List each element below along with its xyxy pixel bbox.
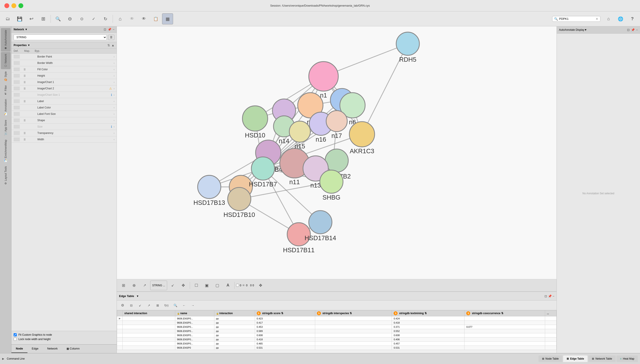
prop-def-cell[interactable] bbox=[14, 68, 20, 71]
right-panel-close-button[interactable]: − bbox=[636, 28, 638, 32]
prop-expand-arrow[interactable]: ‹ bbox=[114, 88, 115, 90]
edge-table-tab[interactable]: ⊞ Edge Table bbox=[563, 356, 587, 362]
zoom-fit-button[interactable]: ⊙ bbox=[76, 14, 87, 24]
prop-def-cell[interactable] bbox=[14, 99, 20, 103]
home-button[interactable]: ⌂ bbox=[603, 14, 614, 24]
property-row[interactable]: Border Width‹ bbox=[12, 60, 117, 66]
property-row[interactable]: Label Font Size‹ bbox=[12, 111, 117, 117]
prop-byp-cell[interactable] bbox=[30, 80, 36, 84]
prop-def-cell[interactable] bbox=[14, 125, 20, 129]
table-merge-button[interactable]: ⊠ bbox=[154, 302, 162, 309]
refresh-button[interactable]: ↻ bbox=[100, 14, 111, 24]
heat-map-tab[interactable]: ≡ Heat Map bbox=[616, 356, 638, 362]
prop-expand-arrow[interactable]: ‹ bbox=[114, 75, 115, 77]
prop-map-cell[interactable]: ⁞⁞ bbox=[22, 131, 28, 135]
right-panel-dropdown[interactable]: ▼ bbox=[584, 28, 587, 32]
panel-pin-button[interactable]: 📌 bbox=[108, 28, 111, 31]
tab-column[interactable]: ▦Column bbox=[62, 345, 84, 353]
prop-expand-arrow[interactable]: ‹ bbox=[114, 100, 115, 102]
sort-icon-interspecies[interactable]: ⇅ bbox=[350, 312, 352, 315]
network-node[interactable]: RDH5 bbox=[396, 32, 419, 63]
undo-button[interactable]: ↩ bbox=[26, 14, 37, 24]
table-columns-button[interactable]: ⊟ bbox=[127, 302, 135, 309]
prop-byp-cell[interactable] bbox=[30, 118, 36, 122]
sort-icon-cooccurrence[interactable]: ⇅ bbox=[501, 312, 503, 315]
select-box-button[interactable]: ☐ bbox=[192, 280, 201, 290]
sidebar-item-layouttools[interactable]: ⚙ Layout Tools bbox=[1, 164, 11, 186]
property-row[interactable]: ⁞⁞Width‹ bbox=[12, 136, 117, 143]
table-row[interactable]: 9606.ENSP0...pp0.4170.418 bbox=[117, 321, 556, 325]
prop-expand-arrow[interactable]: ‹ bbox=[114, 68, 115, 71]
table-search-button[interactable]: 🔍 bbox=[171, 302, 179, 309]
table-float-button[interactable]: ⊡ bbox=[544, 294, 547, 298]
prop-def-cell[interactable] bbox=[14, 80, 20, 84]
table-close-button[interactable]: − bbox=[552, 294, 554, 298]
layout-button[interactable]: ✥ bbox=[256, 280, 265, 290]
window-controls[interactable] bbox=[5, 3, 23, 8]
prop-byp-cell[interactable] bbox=[30, 112, 36, 116]
right-panel-float-button[interactable]: ⊡ bbox=[627, 28, 630, 32]
prop-map-cell[interactable]: ⁞⁞ bbox=[22, 80, 28, 84]
table-nav-right-button[interactable]: → bbox=[189, 302, 197, 309]
network-menu-button[interactable]: ☰ bbox=[108, 35, 115, 40]
prop-def-cell[interactable] bbox=[14, 118, 20, 122]
globe-button[interactable]: 🌐 bbox=[615, 14, 626, 24]
prop-def-cell[interactable] bbox=[14, 131, 20, 135]
table-formula-button[interactable]: f(x) bbox=[163, 302, 170, 309]
sort-icon-score[interactable]: ⇅ bbox=[281, 312, 283, 315]
prop-expand-arrow[interactable]: ‹ bbox=[114, 106, 115, 109]
table-view-button[interactable]: ▦ bbox=[162, 14, 173, 24]
sidebar-item-annotation[interactable]: 📝 Annotation bbox=[1, 97, 11, 118]
tab-network[interactable]: Network bbox=[43, 345, 62, 353]
prop-byp-cell[interactable] bbox=[30, 125, 36, 129]
zoom-out-button[interactable]: ⊖ bbox=[64, 14, 75, 24]
property-row[interactable]: ⁞⁞Fill Color‹ bbox=[12, 66, 117, 73]
properties-collapse-button[interactable]: ⇅ bbox=[107, 44, 110, 47]
prop-def-cell[interactable] bbox=[14, 61, 20, 65]
table-scroll[interactable]: shared interaction 🔒 name 🔒 interaction bbox=[117, 310, 556, 353]
export-image-button[interactable]: ↗ bbox=[140, 280, 149, 290]
network-node[interactable]: AKR1C3 bbox=[349, 122, 375, 154]
prop-byp-cell[interactable] bbox=[30, 68, 36, 71]
table-row[interactable]: 9606.ENSP0...pp0.4650.457 bbox=[117, 342, 556, 346]
properties-more-button[interactable]: ▲ bbox=[111, 44, 115, 47]
prop-def-cell[interactable] bbox=[14, 112, 20, 116]
table-row[interactable]: ▶9606.ENSP0...pp0.4230.424 bbox=[117, 316, 556, 321]
sidebar-item-autoannotate[interactable]: ◉ AutoAnnotate bbox=[1, 28, 11, 52]
prop-def-cell[interactable] bbox=[14, 55, 20, 58]
table-dropdown-arrow[interactable]: ▼ bbox=[136, 294, 139, 298]
panel-float-button[interactable]: ⊡ bbox=[104, 28, 106, 31]
grid-view-button[interactable]: ⊞ bbox=[119, 280, 128, 290]
import-button[interactable]: ↙ bbox=[168, 280, 178, 290]
table-row[interactable]: 9606.ENSP0...pp0.6080.608 bbox=[117, 333, 556, 338]
hide-button[interactable]: 👁 bbox=[127, 14, 138, 24]
panel-dropdown-arrow[interactable]: ▼ bbox=[25, 28, 28, 31]
prop-expand-arrow[interactable]: ‹ bbox=[114, 138, 115, 141]
col-stringdb-interspecies[interactable]: S stringdb interspecies ⇅ bbox=[315, 310, 392, 316]
share-button[interactable]: ⊕ bbox=[129, 280, 139, 290]
open-button[interactable]: 🗂 bbox=[2, 14, 13, 24]
network-table-tab[interactable]: ⊞ Network Table bbox=[588, 356, 616, 362]
property-row[interactable]: ⁞⁞Height‹ bbox=[12, 73, 117, 79]
prop-byp-cell[interactable] bbox=[30, 138, 36, 142]
network-node[interactable]: n17 bbox=[326, 111, 347, 140]
prop-expand-arrow[interactable]: ‹ bbox=[114, 94, 115, 96]
move-button[interactable]: ✥ bbox=[179, 280, 188, 290]
prop-def-cell[interactable] bbox=[14, 93, 20, 97]
sidebar-item-filter[interactable]: ⚗ Filter bbox=[1, 84, 11, 97]
tab-edge[interactable]: Edge bbox=[28, 345, 43, 353]
network-canvas[interactable]: RDH5n1HSD10n3n4n5n6AKR1C3HSD17B4HSD17B13… bbox=[117, 26, 556, 279]
lock-node-checkbox[interactable] bbox=[14, 338, 17, 341]
prop-byp-cell[interactable] bbox=[30, 55, 36, 58]
help-button[interactable]: ? bbox=[627, 14, 638, 24]
table-row[interactable]: 9606.ENSP0...pp0.4180.406 bbox=[117, 338, 556, 342]
search-box[interactable]: 🔍 ✕ bbox=[552, 16, 600, 22]
property-row[interactable]: ⁞⁞Label‹ bbox=[12, 98, 117, 104]
sidebar-item-appstore[interactable]: 🛒 App Store bbox=[1, 118, 11, 138]
prop-def-cell[interactable] bbox=[14, 138, 20, 142]
prop-expand-arrow[interactable]: ‹ bbox=[114, 113, 115, 115]
prop-def-cell[interactable] bbox=[14, 86, 20, 90]
zoom-in-button[interactable]: 🔍 bbox=[53, 14, 64, 24]
prop-map-cell[interactable]: ⁞⁞ bbox=[22, 74, 28, 78]
network-node[interactable]: HSD17B14 bbox=[305, 210, 336, 241]
